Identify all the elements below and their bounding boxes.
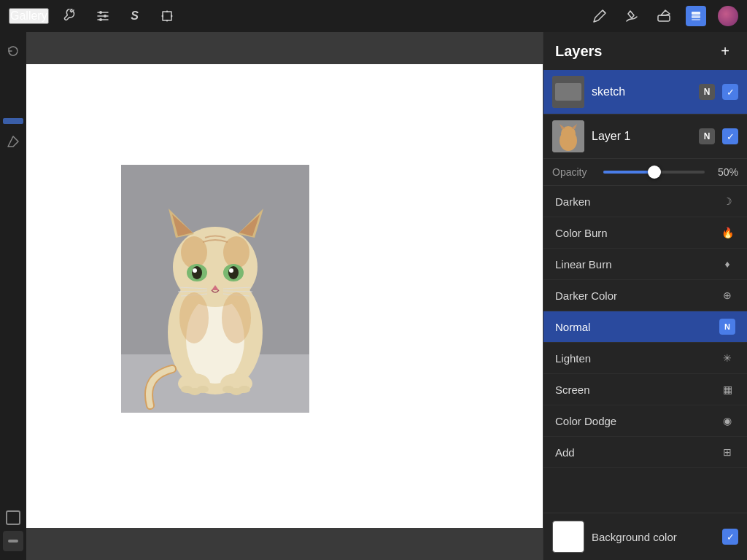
layer-item-sketch[interactable]: sketch N ✓ [543, 70, 747, 114]
background-color-checkbox[interactable]: ✓ [722, 529, 738, 545]
svg-point-21 [228, 266, 239, 279]
svg-rect-6 [692, 19, 700, 20]
blend-mode-icon: ◉ [719, 413, 735, 429]
svg-point-0 [99, 11, 102, 14]
svg-point-37 [197, 386, 209, 393]
canvas-area[interactable] [26, 32, 543, 560]
blend-mode-icon: ⊞ [719, 444, 735, 460]
layer-thumbnail-sketch [552, 76, 584, 108]
wrench-icon[interactable] [61, 6, 81, 26]
transform-icon[interactable] [157, 6, 177, 26]
layers-panel: Layers + sketch N ✓ [543, 32, 747, 560]
bottom-tools [3, 510, 23, 551]
background-color-swatch [552, 521, 584, 553]
svg-point-20 [192, 266, 202, 279]
smudge-tool[interactable] [3, 131, 23, 152]
svg-rect-42 [555, 83, 581, 101]
blend-modes-list: Darken☽Color Burn🔥Linear Burn♦Darker Col… [543, 186, 747, 513]
svg-point-17 [223, 236, 249, 268]
layers-title: Layers [555, 43, 603, 60]
blend-mode-screen[interactable]: Screen▦ [543, 374, 747, 405]
blend-mode-icon: 🔥 [719, 225, 735, 241]
layer-visibility-sketch[interactable]: ✓ [722, 84, 738, 100]
background-color-item[interactable]: Background color ✓ [543, 513, 747, 560]
layer-mode-sketch: N [699, 84, 715, 100]
opacity-label: Opacity [552, 166, 596, 178]
blend-mode-darken[interactable]: Darken☽ [543, 186, 747, 217]
layers-header: Layers + [543, 32, 747, 70]
undo-button[interactable] [3, 41, 23, 61]
opacity-slider[interactable] [603, 165, 705, 179]
blend-mode-name: Linear Burn [555, 258, 612, 271]
svg-rect-4 [692, 12, 700, 15]
blend-mode-name: Add [555, 446, 575, 459]
main-layout: Layers + sketch N ✓ [0, 32, 747, 560]
svg-point-22 [193, 268, 197, 273]
opacity-fill [603, 171, 654, 174]
blend-mode-icon: ♦ [719, 256, 735, 272]
layer-item-1[interactable]: Layer 1 N ✓ [543, 114, 747, 159]
canvas [26, 64, 543, 528]
svg-point-23 [229, 268, 233, 273]
blend-mode-color-burn[interactable]: Color Burn🔥 [543, 217, 747, 249]
opacity-row: Opacity 50% [543, 159, 747, 186]
blend-mode-name: Darker Color [555, 289, 617, 302]
svg-point-1 [104, 15, 107, 18]
eraser-tool-icon[interactable] [654, 6, 674, 26]
blend-mode-icon: ☽ [719, 193, 735, 209]
blend-mode-add[interactable]: Add⊞ [543, 437, 747, 468]
background-color-label: Background color [592, 531, 715, 543]
brush-size-control[interactable] [3, 531, 23, 551]
pencil-tool-icon[interactable] [589, 6, 610, 26]
blend-mode-name: Color Burn [555, 227, 608, 239]
smudge-tool-icon[interactable] [622, 6, 642, 26]
brush-tool[interactable] [3, 118, 23, 124]
opacity-value: 50% [712, 166, 738, 178]
blend-mode-name: Darken [555, 195, 590, 208]
stylize-icon[interactable]: S [125, 6, 145, 26]
user-avatar[interactable] [718, 6, 738, 26]
svg-point-16 [181, 236, 207, 268]
left-toolbar [0, 32, 26, 560]
blend-mode-name: Screen [555, 384, 590, 396]
svg-rect-5 [692, 15, 700, 18]
blend-mode-icon: ✳ [719, 350, 735, 366]
layer-name-sketch: sketch [592, 85, 692, 98]
svg-point-11 [173, 227, 258, 307]
blend-mode-color-dodge[interactable]: Color Dodge◉ [543, 405, 747, 437]
blend-mode-linear-burn[interactable]: Linear Burn♦ [543, 249, 747, 280]
color-square-icon[interactable] [6, 510, 20, 525]
cat-image [121, 165, 309, 413]
layer-visibility-1[interactable]: ✓ [722, 128, 738, 144]
layer-mode-1: N [699, 128, 715, 144]
layer-thumbnail-1 [552, 120, 584, 152]
blend-mode-icon: ▦ [719, 381, 735, 397]
svg-point-32 [222, 292, 251, 343]
svg-rect-3 [658, 15, 670, 21]
blend-mode-darker-color[interactable]: Darker Color⊕ [543, 280, 747, 311]
opacity-thumb[interactable] [648, 166, 661, 179]
layer-name-1: Layer 1 [592, 130, 692, 143]
blend-mode-name: Color Dodge [555, 415, 616, 427]
svg-point-40 [239, 386, 250, 393]
blend-mode-name: Lighten [555, 352, 591, 365]
blend-mode-lighten[interactable]: Lighten✳ [543, 343, 747, 374]
blend-mode-name: Normal [555, 321, 590, 333]
blend-mode-icon: ⊕ [719, 287, 735, 303]
svg-point-2 [99, 18, 102, 21]
gallery-button[interactable]: Gallery [9, 8, 49, 24]
blend-mode-normal[interactable]: NormalN [543, 311, 747, 343]
layers-panel-button[interactable] [686, 6, 706, 26]
add-layer-button[interactable]: + [715, 41, 735, 61]
toolbar-right [589, 6, 738, 26]
svg-point-31 [179, 292, 209, 343]
adjust-icon[interactable] [93, 6, 113, 26]
top-toolbar: Gallery S [0, 0, 747, 32]
blend-mode-icon: N [719, 319, 735, 335]
